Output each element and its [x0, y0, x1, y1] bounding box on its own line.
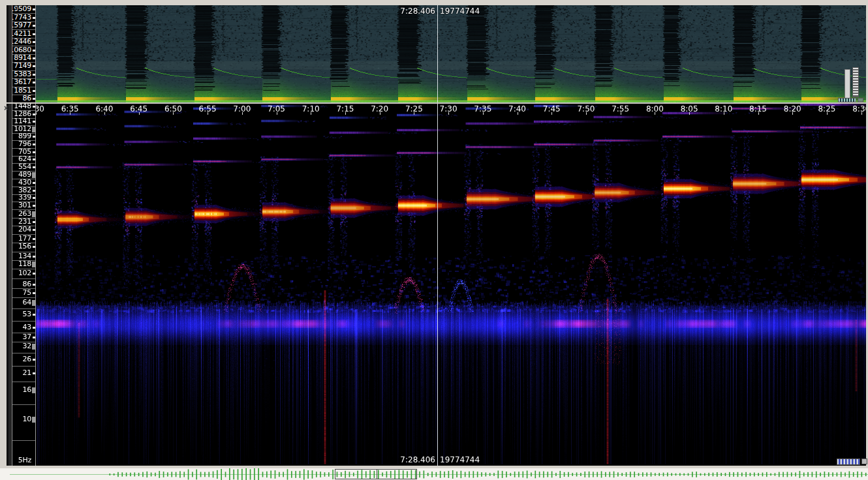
time-tick	[689, 112, 690, 115]
overview-cursor-divider	[377, 470, 377, 479]
time-tick	[345, 112, 346, 115]
time-tick	[414, 112, 414, 115]
frequency-scale-line	[12, 321, 35, 322]
vertical-zoom-thumbwheel[interactable]	[852, 67, 859, 97]
time-tick	[311, 112, 311, 115]
time-ruler[interactable]: 6:306:356:406:456:506:557:007:057:107:15…	[36, 104, 866, 115]
frequency-label: 10680	[12, 46, 31, 54]
frequency-scale-line	[12, 353, 35, 353]
frequency-label: 204	[18, 226, 31, 233]
frequency-scale-line	[12, 366, 35, 367]
frequency-tick	[33, 57, 35, 59]
frequency-tick	[33, 372, 35, 374]
playback-cursor-line[interactable]	[437, 104, 438, 466]
frequency-tick	[33, 41, 35, 43]
playback-cursor-line[interactable]	[437, 5, 438, 102]
frequency-tick	[33, 197, 35, 199]
pane-reset-button[interactable]	[858, 98, 863, 102]
time-tick	[792, 112, 793, 115]
time-tick	[518, 112, 518, 115]
frequency-tick	[33, 246, 35, 248]
frequency-tick	[33, 98, 35, 100]
frequency-zoom-tick	[32, 344, 35, 350]
frequency-tick	[33, 359, 35, 361]
pane-left-strip	[7, 104, 12, 466]
window-top-border	[0, 0, 868, 5]
frequency-tick	[33, 65, 35, 67]
frequency-label: 37	[23, 333, 31, 341]
frequency-scale[interactable]: 1448128611411012899796705624554489430382…	[12, 104, 36, 466]
pane-close-button[interactable]: ×	[2, 104, 10, 112]
frequency-label: 263	[18, 210, 31, 218]
frequency-unit-label: 5Hz	[18, 457, 31, 464]
frequency-zoom-tick	[32, 417, 35, 423]
frequency-label: 26	[23, 355, 31, 363]
time-tick	[448, 112, 449, 115]
time-tick	[139, 112, 140, 115]
overview-view-window[interactable]	[335, 469, 417, 479]
sonic-visualiser-window: 1950917743159771421112446106808914714953…	[0, 0, 868, 480]
horizontal-zoom-thumbwheel[interactable]	[837, 458, 860, 465]
frequency-label: 12446	[12, 38, 31, 46]
time-tick	[104, 112, 105, 115]
pane-reset-button[interactable]	[861, 458, 867, 464]
main-spectrogram-canvas[interactable]	[36, 104, 866, 466]
time-tick	[380, 112, 380, 115]
frequency-label: 118	[18, 260, 31, 268]
frequency-tick	[33, 143, 35, 145]
cursor-time-readout: 7:28.406	[366, 7, 435, 16]
waveform-overview-canvas[interactable]	[0, 468, 868, 480]
frequency-label: 86	[23, 95, 31, 102]
frequency-label: 177	[18, 235, 31, 243]
overview-spectrogram-canvas[interactable]	[36, 5, 866, 102]
frequency-tick	[33, 314, 35, 316]
time-tick	[551, 112, 552, 115]
frequency-scale-line	[12, 440, 35, 441]
frequency-tick	[33, 337, 35, 338]
frequency-zoom-tick	[32, 127, 35, 132]
frequency-tick	[33, 82, 35, 83]
time-tick	[173, 112, 174, 115]
pane-close-button[interactable]: ×	[12, 4, 21, 12]
frequency-zoom-tick	[32, 172, 35, 178]
frequency-tick	[33, 50, 35, 52]
time-tick	[277, 112, 277, 115]
frequency-label: 8914	[14, 54, 31, 62]
time-tick	[242, 112, 243, 115]
time-tick	[861, 112, 862, 115]
cursor-time-readout: 7:28.406	[366, 456, 435, 464]
time-tick	[208, 112, 208, 115]
time-tick	[36, 112, 37, 115]
frequency-label: 489	[18, 171, 31, 179]
frequency-tick	[33, 121, 35, 123]
frequency-zoom-tick	[32, 387, 35, 393]
frequency-tick	[33, 190, 35, 192]
frequency-tick	[33, 158, 35, 160]
pane-left-strip	[7, 5, 12, 102]
time-tick	[70, 112, 70, 115]
frequency-tick	[33, 256, 35, 258]
frequency-label: 64	[23, 299, 31, 307]
time-tick	[586, 112, 587, 115]
frequency-tick	[33, 17, 35, 19]
frequency-tick	[33, 106, 35, 108]
frequency-tick	[33, 33, 35, 35]
frequency-scale-line	[12, 382, 35, 382]
frequency-tick	[33, 205, 35, 207]
time-tick	[483, 112, 484, 115]
frequency-label: 86	[23, 280, 31, 288]
frequency-label: 21	[23, 369, 31, 377]
frequency-scale-line	[12, 404, 35, 405]
frequency-zoom-tick	[32, 262, 35, 267]
frequency-tick	[33, 136, 35, 138]
frequency-scale[interactable]: 1950917743159771421112446106808914714953…	[12, 5, 36, 102]
frequency-label: 102	[18, 269, 31, 277]
vertical-scroll-indicator[interactable]	[845, 69, 850, 99]
frequency-tick	[33, 74, 35, 76]
cursor-sample-readout: 19774744	[440, 456, 480, 464]
frequency-label: 1851	[14, 87, 31, 95]
time-tick	[827, 112, 828, 115]
cursor-sample-readout: 19774744	[440, 7, 480, 16]
frequency-tick	[33, 25, 35, 27]
horizontal-zoom-thumbwheel[interactable]	[838, 98, 856, 102]
